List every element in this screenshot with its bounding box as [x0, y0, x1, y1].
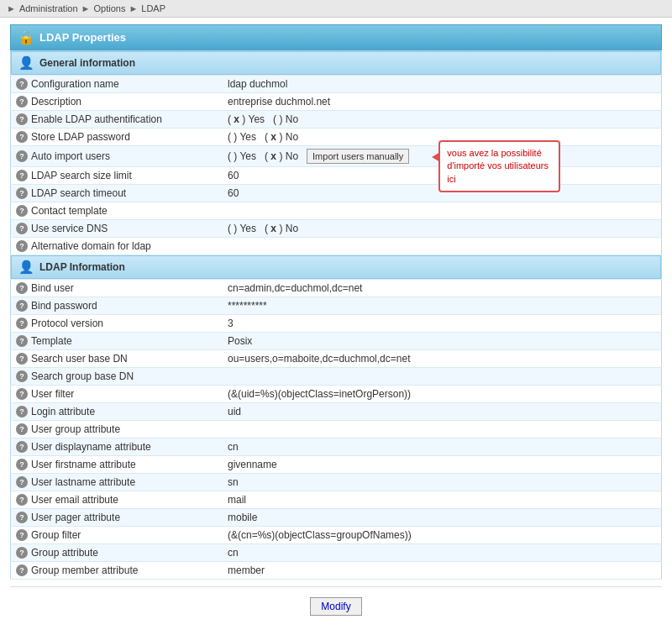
- modify-button[interactable]: Modify: [310, 597, 361, 616]
- help-icon[interactable]: ?: [16, 131, 28, 143]
- field-label: User firstname attribute: [31, 459, 136, 470]
- help-icon[interactable]: ?: [16, 512, 28, 523]
- field-value: **********: [223, 297, 662, 315]
- breadcrumb-options[interactable]: Options: [93, 3, 125, 13]
- table-row: ? Protocol version 3: [11, 315, 662, 333]
- field-value: (&(uid=%s)(objectClass=inetOrgPerson)): [223, 386, 662, 403]
- breadcrumb-ldap[interactable]: LDAP: [141, 3, 165, 13]
- field-value: ( x ) Yes ( ) No: [223, 111, 662, 129]
- help-icon[interactable]: ?: [16, 529, 28, 541]
- help-icon[interactable]: ?: [16, 205, 28, 217]
- field-label: LDAP search timeout: [31, 187, 126, 199]
- help-icon[interactable]: ?: [16, 78, 28, 90]
- field-value: mail: [223, 491, 662, 509]
- help-icon[interactable]: ?: [16, 547, 28, 559]
- field-value: cn: [223, 438, 662, 456]
- field-value: ou=users,o=maboite,dc=duchmol,dc=net: [223, 350, 662, 368]
- field-value: cn: [223, 544, 662, 562]
- table-row: ? Contact template: [11, 202, 662, 220]
- help-icon[interactable]: ?: [16, 353, 28, 365]
- help-icon[interactable]: ?: [16, 441, 28, 453]
- field-value: sn: [223, 474, 662, 491]
- field-value: givenname: [223, 456, 662, 474]
- table-row: ? Group filter (&(cn=%s)(objectClass=gro…: [11, 527, 662, 544]
- table-row: ? User firstname attribute givenname: [11, 456, 662, 474]
- field-label: User displayname attribute: [31, 441, 151, 453]
- help-icon[interactable]: ?: [16, 223, 28, 234]
- help-icon[interactable]: ?: [16, 318, 28, 329]
- help-icon[interactable]: ?: [16, 113, 28, 125]
- field-label: Group member attribute: [31, 564, 138, 576]
- help-icon[interactable]: ?: [16, 300, 28, 312]
- bottom-bar: Modify: [10, 586, 662, 626]
- table-row: ? User pager attribute mobile: [11, 509, 662, 527]
- ldap-info-icon: 👤: [18, 260, 34, 275]
- help-icon[interactable]: ?: [16, 564, 28, 576]
- breadcrumb-admin[interactable]: Administration: [19, 3, 78, 13]
- field-label: User pager attribute: [31, 512, 120, 523]
- field-value: [223, 368, 662, 386]
- table-row: ? Group member attribute member: [11, 562, 662, 580]
- ldap-info-section-row: 👤 LDAP Information: [11, 255, 662, 280]
- help-icon[interactable]: ?: [16, 423, 28, 435]
- field-value: ( ) Yes ( x ) No: [223, 220, 662, 238]
- field-value: [223, 202, 662, 220]
- field-label: Bind user: [31, 282, 74, 294]
- field-label: Login attribute: [31, 406, 95, 417]
- main-section-header: 🔒 LDAP Properties: [10, 24, 662, 50]
- help-icon[interactable]: ?: [16, 96, 28, 108]
- breadcrumb-arrow: ►: [81, 3, 91, 13]
- field-value: member: [223, 562, 662, 580]
- help-icon[interactable]: ?: [16, 494, 28, 506]
- field-label: Enable LDAP authentification: [31, 113, 162, 125]
- help-icon[interactable]: ?: [16, 187, 28, 199]
- help-icon[interactable]: ?: [16, 388, 28, 400]
- field-label: Auto import users: [31, 150, 110, 162]
- field-label: Configuration name: [31, 78, 119, 90]
- import-users-button[interactable]: Import users manually: [307, 149, 409, 164]
- general-section-row: 👤 General information: [11, 51, 662, 76]
- table-row: ? User group attribute: [11, 421, 662, 438]
- help-icon[interactable]: ?: [16, 406, 28, 417]
- field-label: User email attribute: [31, 494, 118, 506]
- field-label: Group filter: [31, 529, 81, 541]
- field-label: User lastname attribute: [31, 476, 135, 488]
- field-label: LDAP search size limit: [31, 170, 132, 181]
- table-row: ? Search group base DN: [11, 368, 662, 386]
- table-row: ? Description entreprise duchmol.net: [11, 93, 662, 111]
- general-icon: 👤: [18, 55, 34, 71]
- help-icon[interactable]: ?: [16, 476, 28, 488]
- tooltip-text: vous avez la possibilité d'importé vos u…: [447, 148, 549, 184]
- table-row: ? Configuration name ldap duchmol: [11, 76, 662, 93]
- table-row: ? Search user base DN ou=users,o=maboite…: [11, 350, 662, 368]
- field-label: Description: [31, 96, 81, 108]
- help-icon[interactable]: ?: [16, 150, 28, 162]
- help-icon[interactable]: ?: [16, 170, 28, 181]
- table-row: ? Bind password **********: [11, 297, 662, 315]
- auto-import-value-cell: ( ) Yes ( x ) No Import users manually v…: [223, 146, 662, 167]
- ldap-section-label: LDAP Information: [39, 261, 125, 273]
- import-tooltip-container: Import users manually vous avez la possi…: [307, 149, 409, 164]
- field-label: Group attribute: [31, 547, 98, 559]
- field-label: Store LDAP password: [31, 131, 130, 143]
- ldap-section-header: 👤 LDAP Information: [11, 255, 661, 279]
- help-icon[interactable]: ?: [16, 240, 28, 252]
- help-icon[interactable]: ?: [16, 335, 28, 347]
- field-label: Use service DNS: [31, 223, 108, 234]
- general-section-header: 👤 General information: [11, 51, 661, 75]
- table-row: ? Auto import users ( ) Yes ( x ) No Imp…: [11, 146, 662, 167]
- table-row: ? LDAP search timeout 60: [11, 185, 662, 202]
- general-section-label: General information: [39, 57, 135, 69]
- help-icon[interactable]: ?: [16, 370, 28, 382]
- help-icon[interactable]: ?: [16, 459, 28, 470]
- field-value: [223, 238, 662, 255]
- table-row: ? User filter (&(uid=%s)(objectClass=ine…: [11, 386, 662, 403]
- properties-table: 👤 General information ? Configuration na…: [10, 50, 662, 580]
- table-row: ? Enable LDAP authentification ( x ) Yes…: [11, 111, 662, 129]
- table-row: ? User displayname attribute cn: [11, 438, 662, 456]
- table-row: ? Alternative domain for ldap: [11, 238, 662, 255]
- field-label: Alternative domain for ldap: [31, 240, 151, 252]
- field-value: entreprise duchmol.net: [223, 93, 662, 111]
- help-icon[interactable]: ?: [16, 282, 28, 294]
- table-row: ? Group attribute cn: [11, 544, 662, 562]
